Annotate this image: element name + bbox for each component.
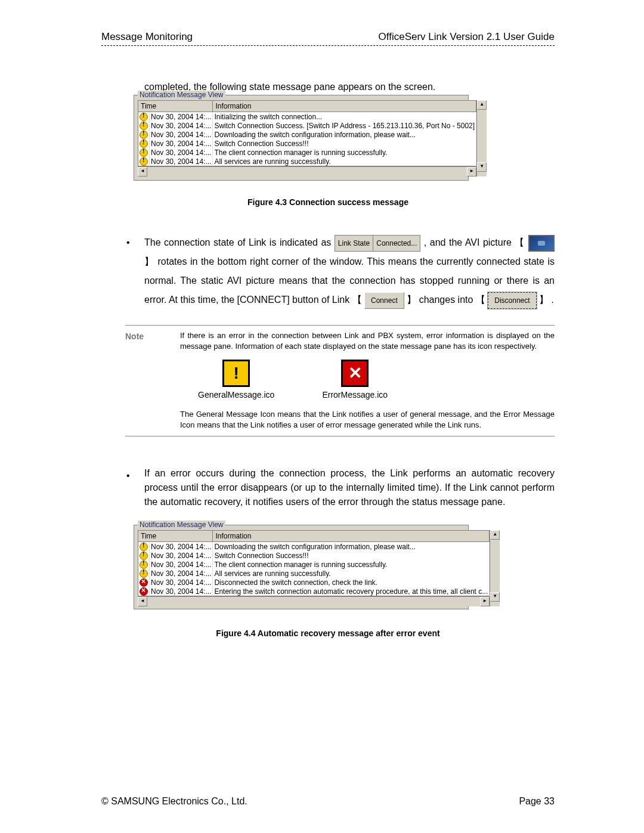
- time-cell: Nov 30, 2004 14:...: [150, 130, 213, 139]
- nmv1-col-time[interactable]: Time: [138, 101, 213, 112]
- scroll-track[interactable]: [147, 597, 480, 606]
- note-label: Note: [125, 330, 180, 430]
- info-cell: All services are running successfully.: [213, 569, 490, 578]
- table-row[interactable]: Nov 30, 2004 14:...All services are runn…: [138, 569, 490, 578]
- scroll-left-icon[interactable]: ◄: [138, 597, 147, 606]
- warning-icon: [140, 552, 148, 560]
- info-cell: The client connection manager is running…: [213, 148, 476, 157]
- nmv2-col-time[interactable]: Time: [138, 531, 213, 542]
- warning-icon: [140, 131, 148, 139]
- general-message-icon-col: ! GeneralMessage.ico: [198, 360, 274, 401]
- notification-message-view-1: Notification Message View Time Informati…: [134, 95, 469, 181]
- info-cell: Entering the switch connection automatic…: [213, 587, 490, 596]
- header-left: Message Monitoring: [101, 31, 193, 43]
- time-cell: Nov 30, 2004 14:...: [150, 139, 213, 148]
- note-p1: If there is an error in the connection b…: [180, 330, 555, 351]
- nmv2-title: Notification Message View: [138, 521, 225, 529]
- link-state-label: Link State: [335, 236, 373, 251]
- warning-icon: [140, 113, 148, 121]
- avi-picture-icon: [528, 235, 555, 252]
- table-row[interactable]: Nov 30, 2004 14:...All services are runn…: [138, 157, 476, 166]
- table-row[interactable]: Nov 30, 2004 14:...Entering the switch c…: [138, 587, 490, 596]
- header-divider: [101, 45, 555, 46]
- warning-icon: [140, 122, 148, 130]
- time-cell: Nov 30, 2004 14:...: [150, 560, 213, 569]
- info-cell: Initializing the switch connection...: [213, 112, 476, 122]
- paragraph-1: The connection state of Link is indicate…: [144, 233, 555, 309]
- info-cell: All services are running successfully.: [213, 157, 476, 166]
- scroll-down-icon[interactable]: ▼: [490, 592, 500, 602]
- table-row[interactable]: Nov 30, 2004 14:...Switch Connection Suc…: [138, 121, 476, 130]
- footer-right: Page 33: [519, 796, 555, 807]
- para1-t1: The connection state of Link is indicate…: [144, 237, 335, 247]
- scroll-up-icon[interactable]: ▲: [477, 100, 487, 110]
- nmv1-title: Notification Message View: [138, 91, 225, 99]
- table-row[interactable]: Nov 30, 2004 14:...Disconnected the swit…: [138, 578, 490, 587]
- info-cell: Disconnected the switch connection, chec…: [213, 578, 490, 587]
- page-header: Message Monitoring OfficeServ Link Versi…: [101, 31, 555, 45]
- time-cell: Nov 30, 2004 14:...: [150, 157, 213, 166]
- table-row[interactable]: Nov 30, 2004 14:...The client connection…: [138, 148, 476, 157]
- table-row[interactable]: Nov 30, 2004 14:...Downloading the switc…: [138, 130, 476, 139]
- table-row[interactable]: Nov 30, 2004 14:...Downloading the switc…: [138, 542, 490, 552]
- link-state-widget: Link StateConnected...: [335, 235, 420, 252]
- nmv2-col-info[interactable]: Information: [213, 531, 490, 542]
- info-cell: Downloading the switch configuration inf…: [213, 542, 490, 552]
- table-row[interactable]: Nov 30, 2004 14:...The client connection…: [138, 560, 490, 569]
- bullet: •: [126, 466, 144, 509]
- nmv2-hscrollbar[interactable]: ◄ ►: [138, 596, 490, 606]
- info-cell: Switch Connection Success!!!: [213, 551, 490, 560]
- scroll-up-icon[interactable]: ▲: [490, 530, 500, 540]
- info-cell: Downloading the switch configuration inf…: [213, 130, 476, 139]
- error-ico-label: ErrorMessage.ico: [322, 389, 388, 401]
- figure-4-3-caption: Figure 4.3 Connection success message: [101, 197, 555, 207]
- table-row[interactable]: Nov 30, 2004 14:...Switch Connection Suc…: [138, 139, 476, 148]
- nmv1-vscrollbar[interactable]: ▲ ▼: [476, 100, 487, 176]
- notification-message-view-2: Notification Message View Time Informati…: [134, 525, 469, 609]
- time-cell: Nov 30, 2004 14:...: [150, 569, 213, 578]
- time-cell: Nov 30, 2004 14:...: [150, 148, 213, 157]
- time-cell: Nov 30, 2004 14:...: [150, 121, 213, 130]
- para1-t5: 】 .: [539, 295, 554, 305]
- connect-button[interactable]: Connect: [364, 292, 404, 309]
- disconnect-button[interactable]: Disconnect: [488, 292, 536, 309]
- scroll-left-icon[interactable]: ◄: [138, 167, 147, 176]
- scroll-track[interactable]: [147, 167, 467, 176]
- paragraph-2: If an error occurs during the connection…: [144, 466, 555, 509]
- warning-icon: [140, 148, 148, 157]
- para1-t2: , and the AVI picture 【: [424, 237, 525, 247]
- header-right: OfficeServ Link Version 2.1 User Guide: [379, 31, 555, 43]
- note-p2: The General Message Icon means that the …: [180, 409, 555, 430]
- time-cell: Nov 30, 2004 14:...: [150, 542, 213, 552]
- info-cell: The client connection manager is running…: [213, 560, 490, 569]
- figure-4-4-caption: Figure 4.4 Automatic recovery message af…: [101, 628, 555, 638]
- bullet: •: [126, 233, 144, 309]
- footer-left: © SAMSUNG Electronics Co., Ltd.: [101, 796, 247, 807]
- warning-icon: [140, 569, 148, 578]
- nmv1-col-info[interactable]: Information: [213, 101, 476, 112]
- error-message-icon-col: ✕ ErrorMessage.ico: [322, 360, 388, 401]
- nmv2-table: Time Information Nov 30, 2004 14:...Down…: [138, 530, 490, 596]
- info-cell: Switch Connection Success!!!: [213, 139, 476, 148]
- note-block: Note If there is an error in the connect…: [125, 325, 555, 436]
- nmv2-vscrollbar[interactable]: ▲ ▼: [490, 530, 500, 606]
- scroll-right-icon[interactable]: ►: [467, 167, 476, 176]
- error-message-icon: ✕: [341, 360, 369, 387]
- general-ico-label: GeneralMessage.ico: [198, 389, 274, 401]
- scroll-right-icon[interactable]: ►: [480, 597, 490, 606]
- page-footer: © SAMSUNG Electronics Co., Ltd. Page 33: [101, 796, 555, 807]
- nmv1-table: Time Information Nov 30, 2004 14:...Init…: [138, 100, 476, 166]
- warning-icon: [140, 140, 148, 148]
- nmv1-hscrollbar[interactable]: ◄ ►: [138, 166, 476, 176]
- scroll-down-icon[interactable]: ▼: [477, 162, 487, 172]
- error-icon: [140, 587, 148, 596]
- time-cell: Nov 30, 2004 14:...: [150, 551, 213, 560]
- table-row[interactable]: Nov 30, 2004 14:...Switch Connection Suc…: [138, 551, 490, 560]
- para1-t4: 】 changes into 【: [407, 295, 485, 305]
- general-message-icon: !: [222, 360, 250, 387]
- error-icon: [140, 578, 148, 587]
- time-cell: Nov 30, 2004 14:...: [150, 587, 213, 596]
- info-cell: Switch Connection Success. [Switch IP Ad…: [213, 121, 476, 130]
- table-row[interactable]: Nov 30, 2004 14:...Initializing the swit…: [138, 112, 476, 122]
- time-cell: Nov 30, 2004 14:...: [150, 112, 213, 122]
